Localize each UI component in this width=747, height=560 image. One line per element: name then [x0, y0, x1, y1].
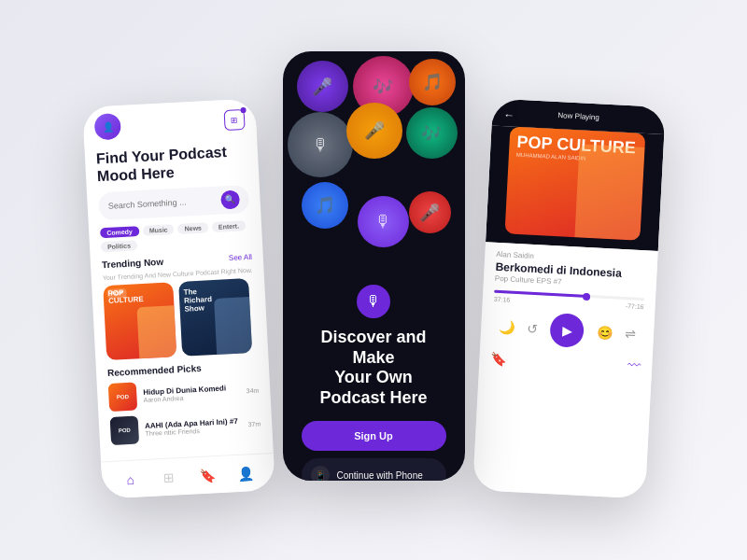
trend-card-pop-culture[interactable]: POP POPCULTURE [103, 283, 176, 361]
phone-icon: 📱 [311, 466, 330, 481]
time-current: 37:16 [493, 296, 510, 303]
tag-comedy[interactable]: Comedy [99, 226, 138, 238]
rec-duration-2: 37m [247, 420, 261, 427]
left-phone: 👤 ⊞ Find Your Podcast Mood Here 🔍 Comedy… [82, 98, 275, 498]
trending-title: Trending Now [101, 257, 163, 270]
rec-item-1[interactable]: POD Hidup Di Dunia Komedi Aaron Andrea 3… [107, 376, 259, 412]
phone-login-btn[interactable]: 📱 Continue with Phone [302, 458, 446, 481]
tag-list: Comedy Music News Entert. Politics [99, 220, 250, 252]
rec-info-2: AAHI (Ada Apa Hari Ini) #7 Three nttic F… [144, 417, 241, 437]
waveform-icon[interactable]: 〰 [627, 357, 641, 373]
bubble-7: 🎵 [302, 182, 348, 229]
artist-bubbles: 🎤 🎶 🎵 🎙 🎤 🎶 🎵 🎙 🎤 [283, 51, 465, 275]
bookmark-icon[interactable]: 🔖 [490, 351, 507, 367]
trending-cards: POP POPCULTURE TheRichardShow [103, 278, 257, 360]
nav-profile[interactable]: 👤 [233, 461, 257, 484]
time-remaining: -77:16 [625, 302, 643, 310]
discover-icon: 🎙 [357, 285, 390, 318]
back-button[interactable]: ← [502, 108, 514, 122]
trend-card-richard[interactable]: TheRichardShow [178, 278, 252, 357]
player-bottom: 🔖 〰 [490, 351, 641, 373]
mid-content: 🎙 Discover and Make Discover and Make Yo… [283, 275, 465, 481]
tag-ent[interactable]: Entert. [211, 221, 246, 233]
tag-music[interactable]: Music [142, 225, 174, 237]
search-input[interactable] [107, 196, 215, 211]
right-phone: ← Now Playing POP CULTURE MUHAMMAD ALAN … [472, 98, 666, 498]
signup-button[interactable]: Sign Up [302, 421, 446, 451]
nav-grid[interactable]: ⊞ [157, 466, 180, 489]
play-button[interactable]: ▶ [549, 313, 585, 348]
rec-duration-1: 34m [246, 386, 259, 394]
tag-news[interactable]: News [177, 223, 208, 235]
shuffle-icon[interactable]: ⇌ [624, 326, 636, 342]
forward-icon[interactable]: 😊 [596, 325, 613, 341]
rec-thumb-1: POD [107, 383, 137, 413]
cover-section: POP CULTURE MUHAMMAD ALAN SAIDIN [486, 125, 664, 251]
see-all-link[interactable]: See All [228, 253, 251, 262]
nav-home[interactable]: ⌂ [119, 468, 142, 491]
rec-thumb-2: POD [109, 416, 139, 446]
main-scene: 👤 ⊞ Find Your Podcast Mood Here 🔍 Comedy… [0, 0, 747, 560]
podcast-cover: POP CULTURE MUHAMMAD ALAN SAIDIN [504, 126, 645, 240]
bubble-8: 🎙 [358, 196, 409, 247]
bubble-4: 🎙 [288, 112, 353, 177]
headline: Find Your Podcast Mood Here [95, 142, 247, 186]
rewind-icon[interactable]: ↺ [526, 321, 538, 337]
phone-login-label: Continue with Phone [337, 470, 423, 481]
bubble-3: 🎵 [409, 59, 456, 105]
bubble-5: 🎤 [346, 103, 402, 159]
tag-politics[interactable]: Politics [100, 241, 136, 253]
cover-person [574, 144, 644, 241]
search-button[interactable]: 🔍 [220, 190, 240, 210]
player-controls: 🌙 ↺ ▶ 😊 ⇌ [491, 310, 643, 351]
rec-item-2[interactable]: POD AAHI (Ada Apa Hari Ini) #7 Three ntt… [109, 410, 261, 445]
bubble-6: 🎶 [406, 107, 458, 159]
discover-title: Discover and Make Discover and Make Your… [302, 328, 446, 408]
avatar[interactable]: 👤 [93, 113, 120, 140]
notification-badge[interactable]: ⊞ [223, 109, 245, 131]
nav-bookmark[interactable]: 🔖 [195, 464, 218, 487]
bubble-1: 🎤 [297, 61, 348, 112]
player-section: Alan Saidin Berkomedi di Indonesia Pop C… [472, 242, 658, 498]
rec-info-1: Hidup Di Dunia Komedi Aaron Andrea [143, 384, 240, 403]
moon-icon[interactable]: 🌙 [498, 319, 514, 335]
recommended-title: Recommended Picks [106, 360, 257, 378]
progress-dot [582, 292, 589, 300]
bottom-nav: ⌂ ⊞ 🔖 👤 [101, 453, 275, 499]
left-content: Find Your Podcast Mood Here 🔍 Comedy Mus… [84, 135, 274, 461]
search-bar[interactable]: 🔍 [98, 185, 249, 220]
mid-phone: 🎤 🎶 🎵 🎙 🎤 🎶 🎵 🎙 🎤 🎙 Discover and Make Di… [283, 51, 465, 481]
bubble-9: 🎤 [409, 191, 451, 233]
